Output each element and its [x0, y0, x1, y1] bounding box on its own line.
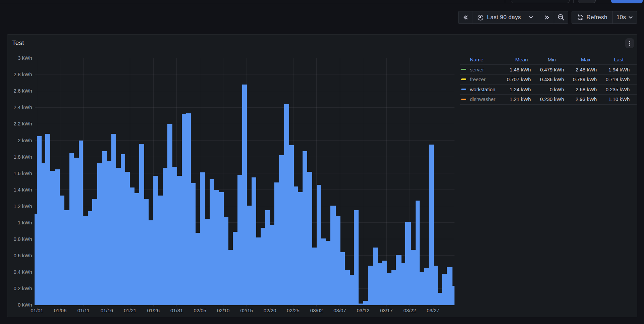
svg-text:01/06: 01/06 — [54, 308, 67, 313]
svg-text:01/16: 01/16 — [101, 308, 113, 313]
svg-text:02/20: 02/20 — [264, 308, 276, 313]
svg-text:1.8 kWh: 1.8 kWh — [13, 154, 32, 160]
svg-text:1.2 kWh: 1.2 kWh — [13, 203, 32, 209]
svg-text:02/15: 02/15 — [240, 308, 253, 313]
svg-text:0 kWh: 0 kWh — [18, 302, 32, 308]
svg-text:3 kWh: 3 kWh — [18, 55, 32, 61]
svg-text:01/26: 01/26 — [147, 308, 160, 313]
svg-text:2 kWh: 2 kWh — [18, 138, 32, 143]
svg-text:2.4 kWh: 2.4 kWh — [13, 104, 32, 110]
svg-text:02/05: 02/05 — [194, 308, 206, 313]
svg-text:01/11: 01/11 — [77, 308, 90, 313]
svg-text:2.8 kWh: 2.8 kWh — [13, 71, 32, 77]
svg-text:03/07: 03/07 — [333, 308, 346, 313]
svg-text:0.6 kWh: 0.6 kWh — [13, 253, 32, 258]
svg-text:02/25: 02/25 — [287, 308, 300, 313]
svg-text:03/22: 03/22 — [404, 308, 416, 313]
svg-text:2.6 kWh: 2.6 kWh — [13, 88, 32, 94]
svg-text:03/12: 03/12 — [357, 308, 370, 313]
svg-text:01/21: 01/21 — [124, 308, 137, 313]
svg-text:1.4 kWh: 1.4 kWh — [13, 187, 32, 193]
svg-text:2.2 kWh: 2.2 kWh — [13, 121, 32, 126]
svg-text:03/27: 03/27 — [427, 308, 439, 313]
svg-text:01/01: 01/01 — [31, 308, 43, 313]
svg-text:0.2 kWh: 0.2 kWh — [13, 285, 32, 291]
svg-text:0.8 kWh: 0.8 kWh — [13, 236, 32, 242]
svg-text:1 kWh: 1 kWh — [18, 220, 32, 225]
svg-text:0.4 kWh: 0.4 kWh — [13, 269, 32, 275]
svg-text:01/31: 01/31 — [170, 308, 183, 313]
svg-text:03/17: 03/17 — [380, 308, 393, 313]
svg-text:02/10: 02/10 — [217, 308, 230, 313]
svg-text:03/02: 03/02 — [310, 308, 323, 313]
svg-text:1.6 kWh: 1.6 kWh — [13, 170, 32, 176]
